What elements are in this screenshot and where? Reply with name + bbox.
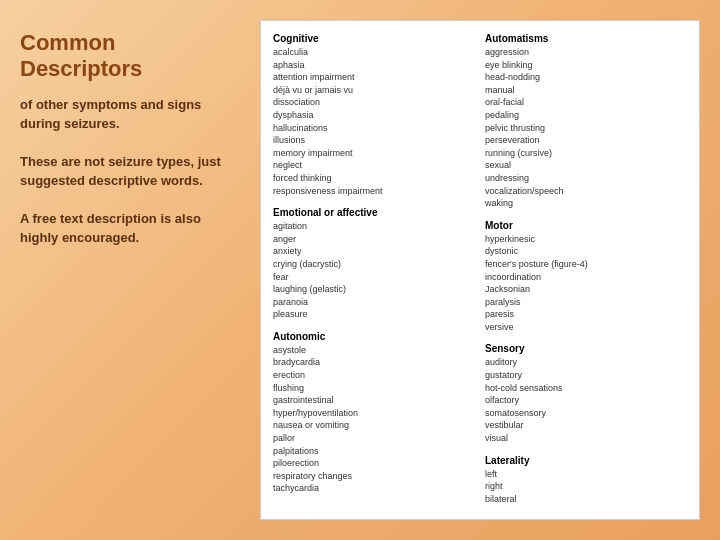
cognitive-list: acalculia aphasia attention impairment d… — [273, 46, 475, 197]
list-item: running (cursive) — [485, 147, 687, 160]
page-title: Common Descriptors — [20, 30, 240, 83]
cognitive-title: Cognitive — [273, 33, 475, 44]
list-item: fear — [273, 271, 475, 284]
list-item: visual — [485, 432, 687, 445]
list-item: oral-facial — [485, 96, 687, 109]
list-item: auditory — [485, 356, 687, 369]
list-item: nausea or vomiting — [273, 419, 475, 432]
autonomic-list: asystole bradycardia erection flushing g… — [273, 344, 475, 495]
list-item: olfactory — [485, 394, 687, 407]
motor-block: Motor hyperkinesic dystonic fencer's pos… — [485, 218, 687, 336]
list-item: versive — [485, 321, 687, 334]
list-item: palpitations — [273, 445, 475, 458]
list-item: somatosensory — [485, 407, 687, 420]
sensory-list: auditory gustatory hot-cold sensations o… — [485, 356, 687, 444]
list-item: paralysis — [485, 296, 687, 309]
right-column: Automatisms aggression eye blinking head… — [485, 31, 687, 507]
laterality-block: Laterality left right bilateral — [485, 453, 687, 508]
list-item: dystonic — [485, 245, 687, 258]
list-item: bradycardia — [273, 356, 475, 369]
list-item: eye blinking — [485, 59, 687, 72]
list-item: pelvic thrusting — [485, 122, 687, 135]
list-item: vestibular — [485, 419, 687, 432]
list-item: gastrointestinal — [273, 394, 475, 407]
list-item: dysphasia — [273, 109, 475, 122]
list-item: pleasure — [273, 308, 475, 321]
subtitle-text: of other symptoms and signs during seizu… — [20, 95, 240, 134]
free-text-note: A free text description is also highly e… — [20, 209, 240, 248]
sensory-block: Sensory auditory gustatory hot-cold sens… — [485, 341, 687, 446]
list-item: Jacksonian — [485, 283, 687, 296]
list-item: tachycardia — [273, 482, 475, 495]
laterality-title: Laterality — [485, 455, 687, 466]
automatisms-title: Automatisms — [485, 33, 687, 44]
left-panel: Common Descriptors of other symptoms and… — [20, 20, 240, 520]
laterality-list: left right bilateral — [485, 468, 687, 506]
list-item: perseveration — [485, 134, 687, 147]
sensory-title: Sensory — [485, 343, 687, 354]
automatisms-list: aggression eye blinking head-nodding man… — [485, 46, 687, 210]
automatisms-block: Automatisms aggression eye blinking head… — [485, 31, 687, 212]
list-item: asystole — [273, 344, 475, 357]
list-item: manual — [485, 84, 687, 97]
list-item: pallor — [273, 432, 475, 445]
list-item: incoordination — [485, 271, 687, 284]
list-item: erection — [273, 369, 475, 382]
descriptors-panel: Cognitive acalculia aphasia attention im… — [260, 20, 700, 520]
list-item: responsiveness impairment — [273, 185, 475, 198]
list-item: laughing (gelastic) — [273, 283, 475, 296]
list-item: agitation — [273, 220, 475, 233]
list-item: aphasia — [273, 59, 475, 72]
list-item: hyperkinesic — [485, 233, 687, 246]
list-item: waking — [485, 197, 687, 210]
list-item: crying (dacrystic) — [273, 258, 475, 271]
motor-title: Motor — [485, 220, 687, 231]
list-item: gustatory — [485, 369, 687, 382]
list-item: right — [485, 480, 687, 493]
list-item: illusions — [273, 134, 475, 147]
list-item: dissociation — [273, 96, 475, 109]
list-item: hot-cold sensations — [485, 382, 687, 395]
list-item: hyper/hypoventilation — [273, 407, 475, 420]
list-item: sexual — [485, 159, 687, 172]
list-item: anger — [273, 233, 475, 246]
list-item: respiratory changes — [273, 470, 475, 483]
list-item: forced thinking — [273, 172, 475, 185]
list-item: neglect — [273, 159, 475, 172]
autonomic-title: Autonomic — [273, 331, 475, 342]
list-item: memory impairment — [273, 147, 475, 160]
main-container: Common Descriptors of other symptoms and… — [0, 0, 720, 540]
list-item: acalculia — [273, 46, 475, 59]
autonomic-block: Autonomic asystole bradycardia erection … — [273, 329, 475, 497]
list-item: piloerection — [273, 457, 475, 470]
list-item: paresis — [485, 308, 687, 321]
motor-list: hyperkinesic dystonic fencer's posture (… — [485, 233, 687, 334]
note-text: These are not seizure types, just sugges… — [20, 152, 240, 191]
list-item: anxiety — [273, 245, 475, 258]
emotional-block: Emotional or affective agitation anger a… — [273, 205, 475, 323]
cognitive-block: Cognitive acalculia aphasia attention im… — [273, 31, 475, 199]
list-item: undressing — [485, 172, 687, 185]
list-item: aggression — [485, 46, 687, 59]
list-item: fencer's posture (figure-4) — [485, 258, 687, 271]
list-item: pedaling — [485, 109, 687, 122]
list-item: hallucinations — [273, 122, 475, 135]
list-item: paranoia — [273, 296, 475, 309]
list-item: attention impairment — [273, 71, 475, 84]
list-item: déjà vu or jamais vu — [273, 84, 475, 97]
list-item: head-nodding — [485, 71, 687, 84]
list-item: vocalization/speech — [485, 185, 687, 198]
list-item: flushing — [273, 382, 475, 395]
list-item: bilateral — [485, 493, 687, 506]
list-item: left — [485, 468, 687, 481]
emotional-list: agitation anger anxiety crying (dacrysti… — [273, 220, 475, 321]
left-column: Cognitive acalculia aphasia attention im… — [273, 31, 475, 507]
emotional-title: Emotional or affective — [273, 207, 475, 218]
